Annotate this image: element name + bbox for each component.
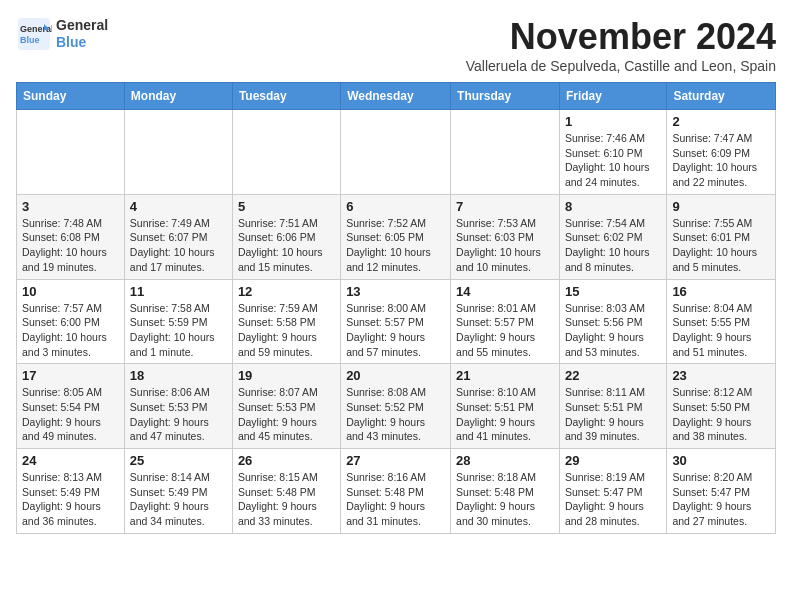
day-info: Sunrise: 8:04 AMSunset: 5:55 PMDaylight:… <box>672 301 770 360</box>
calendar-cell: 23Sunrise: 8:12 AMSunset: 5:50 PMDayligh… <box>667 364 776 449</box>
calendar-cell <box>232 110 340 195</box>
calendar-cell: 7Sunrise: 7:53 AMSunset: 6:03 PMDaylight… <box>451 194 560 279</box>
calendar-cell <box>17 110 125 195</box>
day-info: Sunrise: 8:18 AMSunset: 5:48 PMDaylight:… <box>456 470 554 529</box>
day-info: Sunrise: 7:58 AMSunset: 5:59 PMDaylight:… <box>130 301 227 360</box>
calendar-table: Sunday Monday Tuesday Wednesday Thursday… <box>16 82 776 534</box>
day-number: 11 <box>130 284 227 299</box>
day-info: Sunrise: 7:47 AMSunset: 6:09 PMDaylight:… <box>672 131 770 190</box>
day-number: 20 <box>346 368 445 383</box>
week-row-5: 24Sunrise: 8:13 AMSunset: 5:49 PMDayligh… <box>17 449 776 534</box>
location-subtitle: Valleruela de Sepulveda, Castille and Le… <box>466 58 776 74</box>
calendar-cell: 26Sunrise: 8:15 AMSunset: 5:48 PMDayligh… <box>232 449 340 534</box>
day-info: Sunrise: 8:12 AMSunset: 5:50 PMDaylight:… <box>672 385 770 444</box>
day-info: Sunrise: 8:00 AMSunset: 5:57 PMDaylight:… <box>346 301 445 360</box>
day-number: 8 <box>565 199 661 214</box>
logo-line2: Blue <box>56 34 108 51</box>
header-monday: Monday <box>124 83 232 110</box>
day-info: Sunrise: 8:13 AMSunset: 5:49 PMDaylight:… <box>22 470 119 529</box>
week-row-3: 10Sunrise: 7:57 AMSunset: 6:00 PMDayligh… <box>17 279 776 364</box>
day-info: Sunrise: 8:10 AMSunset: 5:51 PMDaylight:… <box>456 385 554 444</box>
week-row-2: 3Sunrise: 7:48 AMSunset: 6:08 PMDaylight… <box>17 194 776 279</box>
day-number: 3 <box>22 199 119 214</box>
day-number: 1 <box>565 114 661 129</box>
header-thursday: Thursday <box>451 83 560 110</box>
day-number: 18 <box>130 368 227 383</box>
calendar-cell: 19Sunrise: 8:07 AMSunset: 5:53 PMDayligh… <box>232 364 340 449</box>
calendar-cell: 27Sunrise: 8:16 AMSunset: 5:48 PMDayligh… <box>341 449 451 534</box>
calendar-cell: 28Sunrise: 8:18 AMSunset: 5:48 PMDayligh… <box>451 449 560 534</box>
calendar-cell <box>341 110 451 195</box>
calendar-cell <box>451 110 560 195</box>
calendar-cell: 25Sunrise: 8:14 AMSunset: 5:49 PMDayligh… <box>124 449 232 534</box>
logo-line1: General <box>56 17 108 34</box>
day-info: Sunrise: 8:15 AMSunset: 5:48 PMDaylight:… <box>238 470 335 529</box>
calendar-cell: 13Sunrise: 8:00 AMSunset: 5:57 PMDayligh… <box>341 279 451 364</box>
day-info: Sunrise: 7:52 AMSunset: 6:05 PMDaylight:… <box>346 216 445 275</box>
day-info: Sunrise: 7:46 AMSunset: 6:10 PMDaylight:… <box>565 131 661 190</box>
day-number: 28 <box>456 453 554 468</box>
calendar-cell: 29Sunrise: 8:19 AMSunset: 5:47 PMDayligh… <box>559 449 666 534</box>
header-tuesday: Tuesday <box>232 83 340 110</box>
day-number: 30 <box>672 453 770 468</box>
day-number: 27 <box>346 453 445 468</box>
calendar-cell: 9Sunrise: 7:55 AMSunset: 6:01 PMDaylight… <box>667 194 776 279</box>
calendar-cell: 4Sunrise: 7:49 AMSunset: 6:07 PMDaylight… <box>124 194 232 279</box>
day-info: Sunrise: 8:05 AMSunset: 5:54 PMDaylight:… <box>22 385 119 444</box>
weekday-header-row: Sunday Monday Tuesday Wednesday Thursday… <box>17 83 776 110</box>
week-row-1: 1Sunrise: 7:46 AMSunset: 6:10 PMDaylight… <box>17 110 776 195</box>
calendar-cell: 15Sunrise: 8:03 AMSunset: 5:56 PMDayligh… <box>559 279 666 364</box>
day-info: Sunrise: 8:03 AMSunset: 5:56 PMDaylight:… <box>565 301 661 360</box>
calendar-cell: 6Sunrise: 7:52 AMSunset: 6:05 PMDaylight… <box>341 194 451 279</box>
day-number: 10 <box>22 284 119 299</box>
day-number: 19 <box>238 368 335 383</box>
day-info: Sunrise: 7:54 AMSunset: 6:02 PMDaylight:… <box>565 216 661 275</box>
calendar-cell: 8Sunrise: 7:54 AMSunset: 6:02 PMDaylight… <box>559 194 666 279</box>
day-info: Sunrise: 7:48 AMSunset: 6:08 PMDaylight:… <box>22 216 119 275</box>
calendar-cell: 16Sunrise: 8:04 AMSunset: 5:55 PMDayligh… <box>667 279 776 364</box>
day-info: Sunrise: 7:49 AMSunset: 6:07 PMDaylight:… <box>130 216 227 275</box>
day-number: 24 <box>22 453 119 468</box>
header-saturday: Saturday <box>667 83 776 110</box>
calendar-cell: 5Sunrise: 7:51 AMSunset: 6:06 PMDaylight… <box>232 194 340 279</box>
day-info: Sunrise: 8:08 AMSunset: 5:52 PMDaylight:… <box>346 385 445 444</box>
day-number: 15 <box>565 284 661 299</box>
day-number: 23 <box>672 368 770 383</box>
calendar-cell: 12Sunrise: 7:59 AMSunset: 5:58 PMDayligh… <box>232 279 340 364</box>
day-number: 26 <box>238 453 335 468</box>
day-info: Sunrise: 7:57 AMSunset: 6:00 PMDaylight:… <box>22 301 119 360</box>
calendar-cell: 14Sunrise: 8:01 AMSunset: 5:57 PMDayligh… <box>451 279 560 364</box>
general-blue-logo-icon: General Blue <box>16 16 52 52</box>
day-number: 4 <box>130 199 227 214</box>
calendar-cell: 18Sunrise: 8:06 AMSunset: 5:53 PMDayligh… <box>124 364 232 449</box>
day-info: Sunrise: 7:53 AMSunset: 6:03 PMDaylight:… <box>456 216 554 275</box>
day-info: Sunrise: 8:14 AMSunset: 5:49 PMDaylight:… <box>130 470 227 529</box>
day-number: 17 <box>22 368 119 383</box>
day-number: 13 <box>346 284 445 299</box>
day-info: Sunrise: 8:19 AMSunset: 5:47 PMDaylight:… <box>565 470 661 529</box>
day-number: 5 <box>238 199 335 214</box>
day-number: 7 <box>456 199 554 214</box>
day-info: Sunrise: 7:51 AMSunset: 6:06 PMDaylight:… <box>238 216 335 275</box>
header-wednesday: Wednesday <box>341 83 451 110</box>
day-number: 25 <box>130 453 227 468</box>
calendar-cell: 17Sunrise: 8:05 AMSunset: 5:54 PMDayligh… <box>17 364 125 449</box>
calendar-cell: 22Sunrise: 8:11 AMSunset: 5:51 PMDayligh… <box>559 364 666 449</box>
day-number: 2 <box>672 114 770 129</box>
day-info: Sunrise: 8:07 AMSunset: 5:53 PMDaylight:… <box>238 385 335 444</box>
day-number: 6 <box>346 199 445 214</box>
month-year-title: November 2024 <box>466 16 776 58</box>
day-number: 21 <box>456 368 554 383</box>
header-sunday: Sunday <box>17 83 125 110</box>
calendar-cell <box>124 110 232 195</box>
day-info: Sunrise: 7:55 AMSunset: 6:01 PMDaylight:… <box>672 216 770 275</box>
day-info: Sunrise: 8:20 AMSunset: 5:47 PMDaylight:… <box>672 470 770 529</box>
calendar-cell: 20Sunrise: 8:08 AMSunset: 5:52 PMDayligh… <box>341 364 451 449</box>
title-section: November 2024 Valleruela de Sepulveda, C… <box>466 16 776 74</box>
svg-text:Blue: Blue <box>20 35 40 45</box>
week-row-4: 17Sunrise: 8:05 AMSunset: 5:54 PMDayligh… <box>17 364 776 449</box>
calendar-cell: 1Sunrise: 7:46 AMSunset: 6:10 PMDaylight… <box>559 110 666 195</box>
day-info: Sunrise: 8:16 AMSunset: 5:48 PMDaylight:… <box>346 470 445 529</box>
day-number: 16 <box>672 284 770 299</box>
day-number: 9 <box>672 199 770 214</box>
